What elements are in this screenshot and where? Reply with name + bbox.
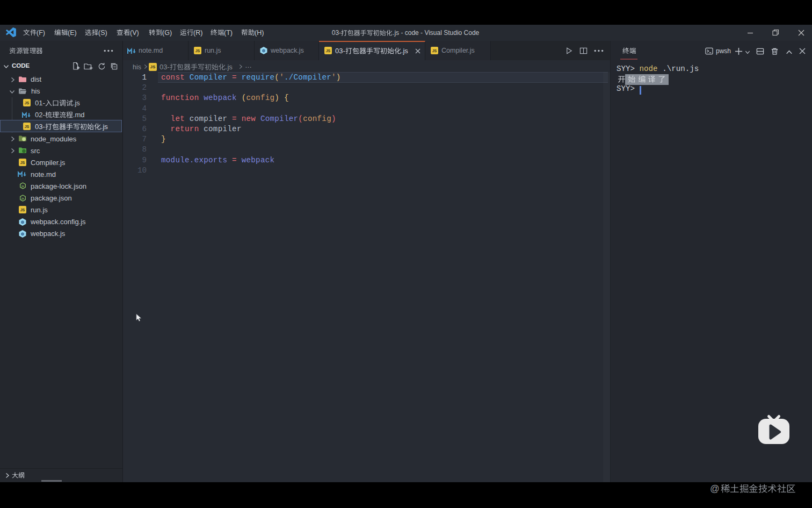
svg-text:js: js — [21, 184, 24, 188]
svg-text:js: js — [21, 196, 24, 199]
